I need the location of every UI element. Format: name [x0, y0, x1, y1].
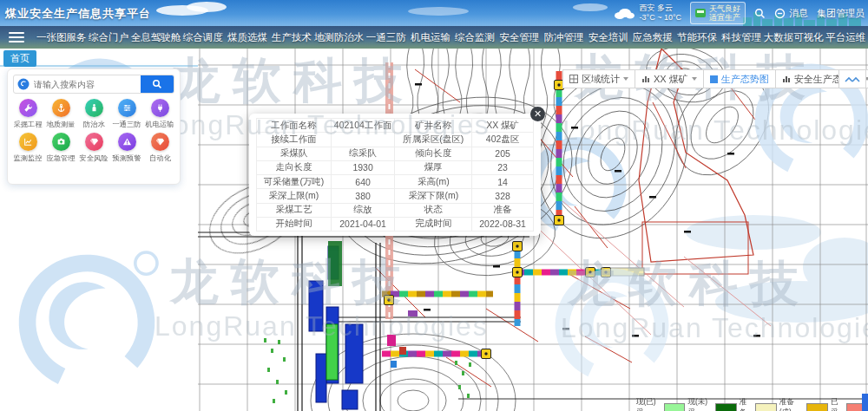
map-toolbar: 区域统计 XX 煤矿 生产态势图 安全生产态势图 工具: [563, 69, 868, 88]
table-row: 采煤队 综采队 倾向长度 205: [257, 147, 534, 160]
region-stats-button[interactable]: 区域统计: [562, 69, 635, 88]
nav-item[interactable]: 地测防治水: [314, 31, 365, 44]
app-label: 机电运输: [145, 120, 174, 130]
app-safety-risk[interactable]: 安全风险: [77, 133, 110, 164]
table-row: 采煤工艺 综放 状态 准备: [257, 203, 534, 217]
app-water-control[interactable]: 防治水: [77, 99, 110, 130]
search-button[interactable]: [141, 75, 174, 93]
toolbar-collapse-button[interactable]: [838, 69, 866, 88]
longruan-mini-logo-icon: [17, 78, 30, 90]
nav-item[interactable]: 应急救援: [630, 31, 674, 44]
titlebar: 煤业安全生产信息共享平台 西安 多云 -3°C ~ 10°C 天气良好 适宜生产: [0, 0, 868, 26]
nav-item[interactable]: 综合调度: [181, 31, 225, 44]
app-monitoring[interactable]: 监测监控: [11, 133, 44, 164]
weather-temp: -3°C ~ 10°C: [640, 13, 681, 23]
tab-home[interactable]: 首页: [3, 50, 36, 67]
nav-item[interactable]: 节能环保: [674, 31, 719, 44]
nav-item[interactable]: 安全培训: [586, 31, 630, 44]
field-value: 准备: [472, 203, 534, 217]
menu-icon[interactable]: [9, 32, 24, 42]
longruan-logo-watermark: [9, 245, 165, 401]
app-label: 防治水: [83, 120, 105, 130]
field-value: 402盘区: [472, 133, 534, 147]
nav-item[interactable]: 一张图服务: [36, 31, 87, 44]
cloud-icon: [613, 6, 635, 20]
nav-item[interactable]: 防冲管理: [542, 31, 586, 44]
legend-swatch: [664, 403, 686, 411]
vehicle-icon: [695, 9, 706, 17]
field-label: 可采储量(万吨): [257, 175, 332, 189]
table-row: 采深上限(m) 380 采深下限(m) 328: [257, 189, 534, 203]
app-electromechanical[interactable]: 机电运输: [143, 99, 176, 130]
workface-marker: [513, 242, 523, 251]
nav-item[interactable]: 全息驾驶舱: [131, 31, 181, 44]
messages-button[interactable]: 消息: [774, 7, 808, 20]
gem-icon: [85, 133, 103, 151]
wrench-icon: [19, 99, 37, 117]
gem-icon: [151, 133, 169, 151]
block-darkgreen: [328, 241, 342, 286]
field-value: 综采队: [331, 147, 395, 160]
scroll-edge-bar[interactable]: [862, 394, 868, 411]
plug-icon: [151, 99, 169, 117]
nav-item[interactable]: 煤质选煤: [225, 31, 269, 44]
main-nav: 一张图服务 综合门户 全息驾驶舱 综合调度 煤质选煤 生产技术 地测防治水 一通…: [0, 26, 868, 49]
table-row: 接续工作面 所属采区(盘区) 402盘区: [257, 133, 534, 147]
field-label: 接续工作面: [257, 133, 332, 147]
nav-item[interactable]: 平台运维: [824, 31, 868, 44]
search-icon[interactable]: [754, 8, 766, 19]
field-value: 2021-04-01: [331, 217, 395, 231]
weather-badge-line1: 天气良好: [709, 4, 740, 13]
field-value: 23: [472, 160, 534, 174]
field-value: 综放: [331, 203, 395, 217]
app-grid: 采掘工程 地质测量 防治水 一通三防 机电运输: [8, 97, 180, 166]
mine-select-button[interactable]: XX 煤矿: [635, 69, 704, 88]
field-value: 380: [331, 189, 395, 203]
field-value: 640: [331, 175, 395, 189]
water-area: [686, 215, 868, 323]
legend-swatch: [755, 403, 777, 411]
production-situation-button[interactable]: 生产态势图: [703, 69, 776, 88]
legend-item: 现(已)采: [636, 397, 685, 411]
nav-item[interactable]: 机电运输: [408, 31, 452, 44]
nav-item[interactable]: 一通三防: [364, 31, 408, 44]
app-label: 一通三防: [112, 120, 141, 130]
nav-item[interactable]: 安全管理: [497, 31, 542, 44]
app-ventilation[interactable]: 一通三防: [110, 99, 143, 130]
app-automation[interactable]: 自动化: [143, 133, 176, 164]
nav-item[interactable]: 综合监测: [453, 31, 497, 44]
field-value: XX 煤矿: [472, 119, 534, 133]
app-label: 预测预警: [112, 153, 141, 164]
workface-info-table: 工作面名称 402104工作面 矿井名称 XX 煤矿 接续工作面 所属采区(盘区…: [256, 118, 534, 232]
nav-item[interactable]: 生产技术: [270, 31, 314, 44]
workface-marker: [586, 268, 595, 277]
nav-item[interactable]: 科技管理: [720, 31, 764, 44]
field-label: 走向长度: [257, 160, 332, 174]
workface-marker: [513, 268, 523, 277]
workface-marker: [555, 216, 564, 225]
field-label: 状态: [395, 203, 472, 217]
close-icon[interactable]: ✕: [530, 107, 545, 121]
field-label: 采高(m): [395, 175, 472, 189]
search-input[interactable]: [32, 79, 141, 90]
app-label: 应急管理: [46, 153, 75, 164]
nav-item[interactable]: 综合门户: [87, 31, 131, 44]
field-label: 工作面名称: [257, 119, 332, 133]
sliders-icon: [118, 99, 136, 117]
search-box: [13, 75, 174, 94]
search-icon: [152, 79, 162, 89]
field-label: 倾向长度: [395, 147, 472, 160]
app-mining-engineering[interactable]: 采掘工程: [11, 99, 44, 130]
app-geological-survey[interactable]: 地质测量: [44, 99, 77, 130]
nav-item[interactable]: 大数据可视化: [764, 31, 824, 44]
user-menu[interactable]: 集团管理员: [817, 7, 865, 20]
field-label: 所属采区(盘区): [395, 133, 472, 147]
warning-icon: [118, 133, 136, 151]
app-early-warning[interactable]: 预测预警: [110, 133, 143, 164]
line-chart-icon: [19, 133, 37, 151]
field-label: 采煤队: [257, 147, 332, 160]
legend-swatch: [806, 403, 828, 411]
field-value: 328: [472, 189, 534, 203]
app-emergency-management[interactable]: 应急管理: [44, 133, 77, 164]
field-label: 完成时间: [395, 217, 472, 231]
